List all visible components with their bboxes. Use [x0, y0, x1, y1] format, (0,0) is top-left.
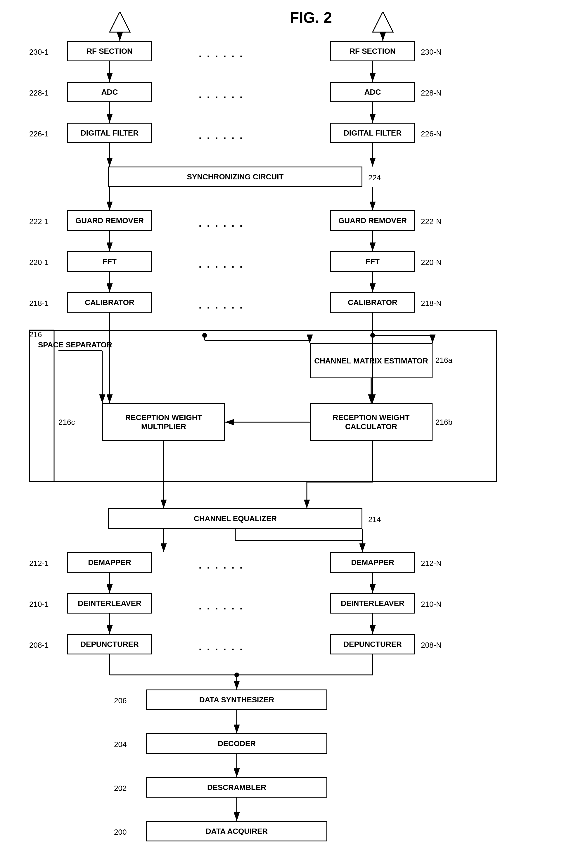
synchronizing-circuit: SYNCHRONIZING CIRCUIT	[108, 167, 362, 187]
ellipsis-calibrator: . . . . . .	[199, 299, 244, 311]
svg-marker-2	[372, 12, 393, 32]
fft-left: FFT	[67, 251, 152, 272]
demapper-right: DEMAPPER	[330, 552, 415, 573]
reception-weight-multiplier: RECEPTION WEIGHT MULTIPLIER	[102, 403, 225, 441]
svg-marker-0	[109, 12, 130, 32]
fft-right: FFT	[330, 251, 415, 272]
adc-right: ADC	[330, 82, 415, 102]
ellipsis-depuncturer: . . . . . .	[199, 641, 244, 653]
channel-equalizer: CHANNEL EQUALIZER	[108, 508, 362, 529]
ref-adc-left: 228-1	[29, 89, 49, 97]
decoder: DECODER	[146, 733, 327, 754]
svg-point-46	[234, 673, 239, 677]
ref-space-separator: 216	[29, 330, 42, 339]
calibrator-right: CALIBRATOR	[330, 292, 415, 313]
digital-filter-right: DIGITAL FILTER	[330, 123, 415, 143]
ref-channel-matrix-estimator: 216a	[436, 356, 452, 365]
ref-deinterleaver-right: 210-N	[421, 600, 442, 609]
space-separator-label: SPACE SEPARATOR	[38, 340, 112, 349]
calibrator-left: CALIBRATOR	[67, 292, 152, 313]
ref-deinterleaver-left: 210-1	[29, 600, 49, 609]
diagram-container: FIG. 2 RF SECTION 230-1 RF SECTION 230-N…	[0, 0, 588, 868]
ref-digital-filter-left: 226-1	[29, 130, 49, 139]
ref-depuncturer-left: 208-1	[29, 641, 49, 650]
ellipsis-digital-filter: . . . . . .	[199, 130, 244, 142]
ref-guard-remover-right: 222-N	[421, 217, 442, 226]
descrambler: DESCRAMBLER	[146, 777, 327, 797]
data-acquirer: DATA ACQUIRER	[146, 821, 327, 841]
deinterleaver-right: DEINTERLEAVER	[330, 593, 415, 614]
guard-remover-left: GUARD REMOVER	[67, 210, 152, 231]
ref-data-synthesizer: 206	[114, 696, 127, 705]
ref-rf-section-left: 230-1	[29, 48, 49, 57]
deinterleaver-left: DEINTERLEAVER	[67, 593, 152, 614]
ref-reception-weight-calculator: 216b	[436, 418, 452, 427]
ref-channel-equalizer: 214	[368, 515, 381, 524]
guard-remover-right: GUARD REMOVER	[330, 210, 415, 231]
demapper-left: DEMAPPER	[67, 552, 152, 573]
ref-calibrator-right: 218-N	[421, 299, 442, 308]
rf-section-right: RF SECTION	[330, 41, 415, 61]
figure-title: FIG. 2	[290, 9, 332, 26]
depuncturer-left: DEPUNCTURER	[67, 634, 152, 654]
ref-data-acquirer: 200	[114, 828, 127, 837]
ellipsis-demapper: . . . . . .	[199, 559, 244, 571]
ref-depuncturer-right: 208-N	[421, 641, 442, 650]
ref-adc-right: 228-N	[421, 89, 442, 97]
ref-calibrator-left: 218-1	[29, 299, 49, 308]
digital-filter-left: DIGITAL FILTER	[67, 123, 152, 143]
ref-guard-remover-left: 222-1	[29, 217, 49, 226]
ref-digital-filter-right: 226-N	[421, 130, 442, 139]
depuncturer-right: DEPUNCTURER	[330, 634, 415, 654]
ref-fft-right: 220-N	[421, 258, 442, 267]
antenna-left	[108, 12, 131, 38]
adc-left: ADC	[67, 82, 152, 102]
ref-sync-circuit: 224	[368, 173, 381, 182]
ref-demapper-right: 212-N	[421, 559, 442, 568]
ellipsis-adc: . . . . . .	[199, 89, 244, 101]
ellipsis-deinterleaver: . . . . . .	[199, 600, 244, 612]
reception-weight-calculator: RECEPTION WEIGHT CALCULATOR	[310, 403, 433, 441]
ref-rf-section-right: 230-N	[421, 48, 442, 57]
ellipsis-guard-remover: . . . . . .	[199, 217, 244, 229]
ref-descrambler: 202	[114, 784, 127, 793]
ref-decoder: 204	[114, 740, 127, 749]
channel-matrix-estimator: CHANNEL MATRIX ESTIMATOR	[310, 343, 433, 378]
rf-section-left: RF SECTION	[67, 41, 152, 61]
ref-reception-weight-multiplier: 216c	[58, 418, 75, 427]
ellipsis-rf: . . . . . .	[199, 48, 244, 60]
ellipsis-fft: . . . . . .	[199, 258, 244, 270]
antenna-right	[371, 12, 394, 38]
ref-demapper-left: 212-1	[29, 559, 49, 568]
data-synthesizer: DATA SYNTHESIZER	[146, 689, 327, 710]
ref-fft-left: 220-1	[29, 258, 49, 267]
